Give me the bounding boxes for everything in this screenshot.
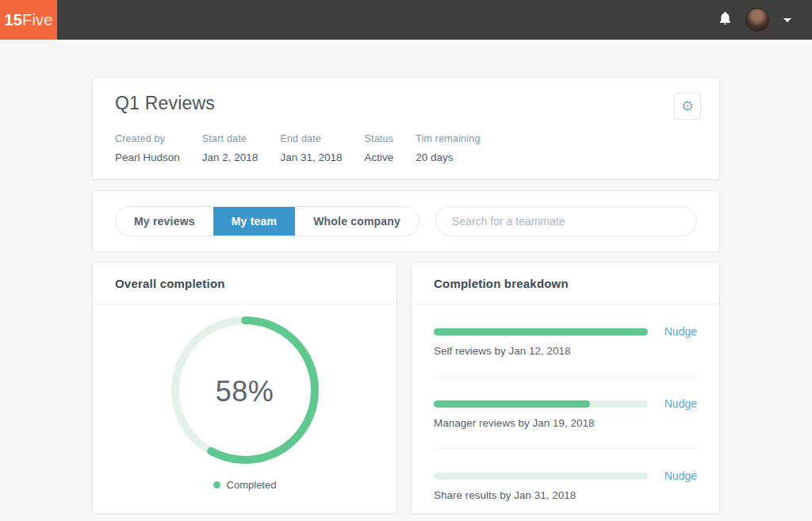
meta-status: Status Active [364,133,393,163]
meta-label: Status [364,133,393,144]
completion-donut-chart: 58% [171,316,319,467]
top-navigation-bar: 15Five [0,0,812,40]
settings-button[interactable]: ⚙ [674,93,701,120]
tab-my-reviews[interactable]: My reviews [116,207,213,236]
breakdown-item-manager-reviews: Nudge Manager reviews by Jan 19, 2018 [434,377,697,449]
breakdown-item-self-reviews: Nudge Self reviews by Jan 12, 2018 [434,305,697,377]
meta-value: Jan 2, 2018 [202,151,259,163]
review-meta: Created by Pearl Hudson Start date Jan 2… [115,133,701,163]
scope-tabs: My reviews My team Whole company [115,206,419,236]
notifications-button[interactable] [719,12,731,28]
logo-text-bold: 15 [4,11,22,29]
breakdown-item-label: Manager reviews by Jan 19, 2018 [434,417,697,429]
meta-created-by: Created by Pearl Hudson [115,133,180,163]
completed-dot-icon [213,481,220,488]
tab-my-team[interactable]: My team [213,207,295,236]
completion-breakdown-card: Completion breakdown Nudge Self reviews … [411,262,720,514]
meta-label: Tim remaining [416,133,480,144]
app-logo[interactable]: 15Five [0,0,57,40]
page-title: Q1 Reviews [115,93,215,114]
user-avatar[interactable] [745,8,769,32]
main-content: Q1 Reviews ⚙ Created by Pearl Hudson Sta… [92,77,720,514]
meta-time-remaining: Tim remaining 20 days [416,133,480,163]
nudge-button[interactable]: Nudge [661,325,697,338]
meta-value: 20 days [416,151,480,163]
bell-icon [719,12,731,28]
meta-label: Start date [202,133,259,144]
gear-icon: ⚙ [681,98,694,114]
progress-track [434,473,648,480]
progress-track [434,400,648,408]
review-summary-card: Q1 Reviews ⚙ Created by Pearl Hudson Sta… [92,77,720,180]
filter-bar-card: My reviews My team Whole company [92,190,720,252]
progress-track [434,328,648,335]
nudge-button[interactable]: Nudge [661,469,697,482]
meta-end-date: End date Jan 31, 2018 [280,133,342,163]
nudge-button[interactable]: Nudge [661,397,697,410]
tab-whole-company[interactable]: Whole company [295,207,419,236]
meta-label: Created by [115,133,180,144]
progress-fill [434,328,648,335]
completion-percent: 58% [171,316,319,467]
chevron-down-icon[interactable] [783,18,791,22]
topbar-actions [719,8,812,32]
breakdown-item-label: Share results by Jan 31, 2018 [434,489,697,501]
meta-label: End date [280,133,342,144]
meta-value: Pearl Hudson [115,151,180,163]
progress-fill [434,400,590,408]
overall-completion-card: Overall completion 58% Completed [92,262,397,514]
breakdown-item-share-results: Nudge Share results by Jan 31, 2018 [434,449,697,520]
meta-value: Active [364,151,393,163]
donut-legend: Completed [93,479,396,491]
legend-label: Completed [227,479,277,491]
logo-text-light: Five [22,11,53,29]
breakdown-item-label: Self reviews by Jan 12, 2018 [434,345,697,357]
search-input[interactable] [435,206,697,236]
meta-value: Jan 31, 2018 [280,151,342,163]
card-title: Completion breakdown [412,262,719,305]
card-title: Overall completion [93,262,396,305]
meta-start-date: Start date Jan 2, 2018 [202,133,259,163]
